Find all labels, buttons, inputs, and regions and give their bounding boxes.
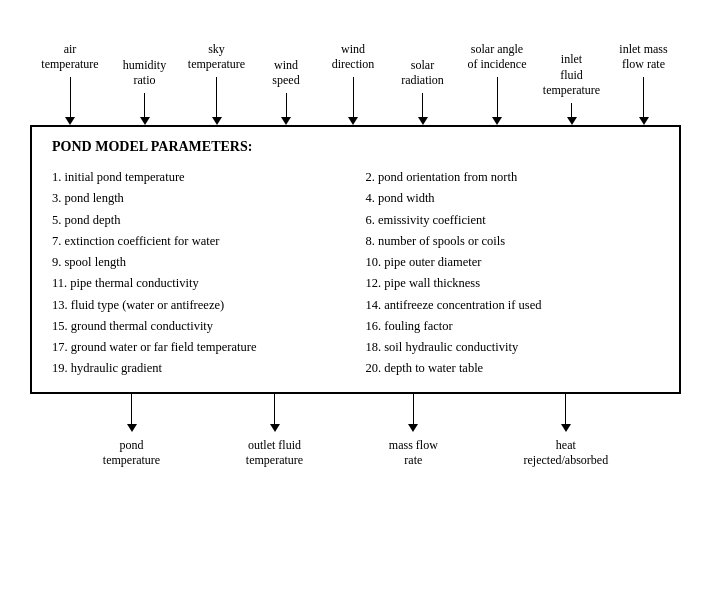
output-heat: heat rejected/absorbed xyxy=(524,394,609,469)
param-9: 9. spool length xyxy=(52,252,346,273)
param-15: 15. ground thermal conductivity xyxy=(52,316,346,337)
input-solar-rad: solar radiation xyxy=(393,30,453,125)
input-inlet-mass: inlet mass flow rate xyxy=(611,42,676,125)
param-13: 13. fluid type (water or antifreeze) xyxy=(52,295,346,316)
diagram: air temperature humidity ratio sky tempe… xyxy=(0,0,711,596)
param-7: 7. extinction coefficient for water xyxy=(52,231,346,252)
params-right: 2. pond orientation from north 4. pond w… xyxy=(366,167,660,380)
wind-dir-label: wind direction xyxy=(332,42,375,73)
main-box: POND MODEL PARAMETERS: 1. initial pond t… xyxy=(30,125,681,394)
param-6: 6. emissivity coefficient xyxy=(366,210,660,231)
param-11: 11. pipe thermal conductivity xyxy=(52,273,346,294)
inlet-fluid-temp-label: inlet fluid temperature xyxy=(543,52,600,99)
wind-speed-label: wind speed xyxy=(272,58,299,89)
inlet-mass-label: inlet mass flow rate xyxy=(619,42,667,73)
param-14: 14. antifreeze concentration if used xyxy=(366,295,660,316)
output-outlet-fluid-temp: outlet fluid temperature xyxy=(246,394,303,469)
param-12: 12. pipe wall thickness xyxy=(366,273,660,294)
param-16: 16. fouling factor xyxy=(366,316,660,337)
input-wind-dir: wind direction xyxy=(323,42,383,125)
param-2: 2. pond orientation from north xyxy=(366,167,660,188)
output-pond-temp: pond temperature xyxy=(103,394,160,469)
input-inlet-fluid-temp: inlet fluid temperature xyxy=(542,52,602,125)
output-mass-flow: mass flow rate xyxy=(389,394,438,469)
input-wind-speed: wind speed xyxy=(259,30,314,125)
params-grid: 1. initial pond temperature 3. pond leng… xyxy=(52,167,659,380)
param-19: 19. hydraulic gradient xyxy=(52,358,346,379)
param-20: 20. depth to water table xyxy=(366,358,660,379)
sky-temp-label: sky temperature xyxy=(188,42,245,73)
param-18: 18. soil hydraulic conductivity xyxy=(366,337,660,358)
outlet-fluid-temp-label: outlet fluid temperature xyxy=(246,438,303,469)
input-humidity: humidity ratio xyxy=(115,30,175,125)
humidity-label: humidity ratio xyxy=(123,58,166,89)
solar-angle-label: solar angle of incidence xyxy=(468,42,527,73)
param-4: 4. pond width xyxy=(366,188,660,209)
air-temp-label: air temperature xyxy=(41,42,98,73)
input-air-temp: air temperature xyxy=(35,42,105,125)
solar-rad-label: solar radiation xyxy=(401,58,444,89)
param-5: 5. pond depth xyxy=(52,210,346,231)
pond-temp-label: pond temperature xyxy=(103,438,160,469)
input-solar-angle: solar angle of incidence xyxy=(462,42,532,125)
param-10: 10. pipe outer diameter xyxy=(366,252,660,273)
param-17: 17. ground water or far field temperatur… xyxy=(52,337,346,358)
params-left: 1. initial pond temperature 3. pond leng… xyxy=(52,167,346,380)
param-1: 1. initial pond temperature xyxy=(52,167,346,188)
input-sky-temp: sky temperature xyxy=(184,42,249,125)
mass-flow-label: mass flow rate xyxy=(389,438,438,469)
param-3: 3. pond length xyxy=(52,188,346,209)
box-title: POND MODEL PARAMETERS: xyxy=(52,139,659,155)
heat-label: heat rejected/absorbed xyxy=(524,438,609,469)
param-8: 8. number of spools or coils xyxy=(366,231,660,252)
